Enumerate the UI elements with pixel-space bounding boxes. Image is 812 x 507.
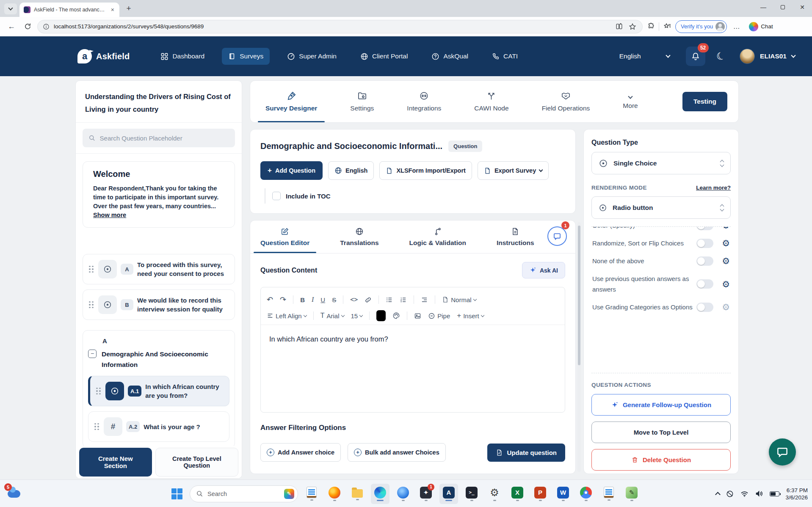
nav-item-surveys[interactable]: Surveys — [222, 48, 270, 65]
user-profile-menu[interactable]: ELIAS01 — [740, 49, 795, 64]
taskbar-app-copilot[interactable] — [394, 484, 412, 504]
xlsform-import-export-button[interactable]: XLSForm Import/Export — [379, 161, 472, 180]
favorite-star-icon[interactable] — [628, 22, 637, 31]
favorites-bar-icon[interactable] — [663, 22, 672, 31]
drag-handle-icon[interactable] — [96, 388, 101, 395]
tab-question-editor[interactable]: Question Editor — [259, 220, 311, 253]
question-search[interactable] — [83, 129, 235, 147]
insert-link-button[interactable] — [365, 296, 372, 303]
taskbar-clock[interactable]: 6:37 PM 3/6/2026 — [785, 487, 808, 501]
redo-button[interactable]: ↷ — [280, 295, 286, 304]
list-item-question-a[interactable]: A To proceed with this survey, need your… — [83, 254, 235, 284]
copilot-chat-button[interactable]: Chat — [746, 22, 776, 31]
taskbar-app-document[interactable] — [302, 484, 321, 504]
window-close-button[interactable]: ✕ — [793, 0, 812, 14]
update-question-button[interactable]: Update question — [487, 444, 565, 462]
strikethrough-button[interactable]: S — [332, 296, 336, 303]
section-header[interactable]: − Demographic And Socioeconomic Informat… — [88, 349, 229, 370]
comments-button[interactable] — [547, 226, 567, 246]
battery-icon[interactable] — [770, 491, 779, 496]
question-type-select[interactable]: Single Choice — [591, 152, 731, 174]
new-tab-button[interactable]: + — [123, 3, 135, 14]
start-button[interactable] — [168, 485, 185, 502]
list-item-question-a2[interactable]: # A.2 What is your age ? — [88, 411, 229, 442]
nav-item-dashboard[interactable]: Dashboard — [154, 48, 211, 65]
taskbar-app-powerpoint[interactable]: P — [531, 484, 550, 504]
browser-tab[interactable]: AskField - The most advanced surv × — [19, 3, 119, 17]
tab-cawi-node[interactable]: CAWI Node — [470, 81, 513, 122]
tab-logic-validation[interactable]: Logic & Validation — [408, 220, 468, 253]
insert-dropdown[interactable]: + Insert — [457, 311, 483, 320]
window-maximize-button[interactable] — [773, 0, 793, 14]
taskbar-app-settings[interactable]: ⚙ — [485, 484, 504, 504]
add-question-button[interactable]: + Add Question — [260, 161, 323, 180]
underline-button[interactable]: U — [320, 296, 325, 303]
tab-settings[interactable]: Settings — [346, 81, 378, 122]
brand[interactable]: a Askfield — [77, 49, 130, 63]
drag-handle-icon[interactable] — [89, 301, 94, 309]
export-survey-button[interactable]: Export Survey — [478, 161, 549, 180]
refresh-button[interactable] — [21, 20, 34, 33]
support-chat-fab[interactable] — [769, 438, 796, 466]
split-screen-icon[interactable] — [614, 22, 624, 31]
create-new-section-button[interactable]: Create New Section — [79, 448, 152, 477]
language-selector[interactable]: English — [619, 52, 670, 60]
verify-profile-button[interactable]: Verify it's you — [675, 20, 727, 33]
volume-icon[interactable] — [755, 489, 764, 498]
taskbar-search[interactable]: Search ✎ — [190, 485, 298, 502]
text-color-swatch[interactable] — [376, 310, 386, 321]
tab-close-icon[interactable]: × — [110, 6, 115, 13]
grading-categories-toggle[interactable] — [696, 303, 713, 312]
code-button[interactable]: <> — [350, 296, 358, 303]
search-input[interactable] — [100, 135, 229, 142]
taskbar-app-edge[interactable] — [371, 484, 389, 504]
list-item-question-a1-selected[interactable]: A.1 In which African country are you fro… — [88, 376, 229, 406]
site-info-icon[interactable] — [43, 23, 50, 30]
collapse-section-icon[interactable]: − — [88, 350, 97, 358]
bulk-add-answer-choices-button[interactable]: + Bulk add answer Choices — [348, 443, 446, 462]
tab-instructions[interactable]: Instructions — [495, 220, 536, 253]
tab-survey-designer[interactable]: Survey Designer — [261, 81, 321, 122]
undo-button[interactable]: ↶ — [267, 295, 273, 304]
address-bar[interactable]: localhost:5173/organizations/2/surveys/5… — [37, 20, 643, 33]
none-of-above-toggle[interactable] — [696, 256, 713, 266]
taskbar-widgets-button[interactable]: 5 — [5, 485, 23, 503]
drag-handle-icon[interactable] — [89, 266, 94, 273]
center-scrollbar[interactable] — [577, 222, 581, 472]
italic-button[interactable]: I — [312, 296, 314, 303]
indent-button[interactable] — [421, 296, 428, 303]
browser-menu-button[interactable]: … — [730, 20, 743, 33]
taskbar-app-askfield[interactable]: A — [439, 484, 458, 504]
question-text-editor[interactable]: In which African country are you from? — [261, 325, 565, 412]
create-top-level-question-button[interactable]: Create Top Level Question — [155, 448, 238, 477]
generate-followup-button[interactable]: Generate Follow-up Question — [591, 394, 731, 416]
learn-more-link[interactable]: Learn more? — [696, 185, 731, 191]
choice-options-scroll-area[interactable]: Other (Specify) ⚙ Randomize, Sort or Fli… — [591, 226, 731, 373]
randomize-toggle[interactable] — [696, 239, 713, 248]
back-button[interactable]: ← — [5, 20, 18, 33]
rendering-mode-select[interactable]: Radio button — [591, 196, 731, 219]
nav-item-client-portal[interactable]: Client Portal — [354, 48, 414, 65]
ask-ai-button[interactable]: Ask AI — [522, 262, 565, 278]
testing-button[interactable]: Testing — [682, 92, 727, 111]
taskbar-app-word[interactable]: W — [554, 484, 572, 504]
do-not-disturb-icon[interactable] — [726, 490, 734, 498]
bullet-list-button[interactable] — [386, 296, 393, 303]
gear-icon[interactable]: ⚙ — [722, 226, 730, 230]
gear-icon[interactable]: ⚙ — [722, 256, 730, 265]
taskbar-app-notepad[interactable] — [599, 484, 618, 504]
gear-icon[interactable]: ⚙ — [722, 239, 730, 248]
wifi-icon[interactable] — [740, 489, 749, 498]
taskbar-app-chrome[interactable] — [577, 484, 595, 504]
pipe-button[interactable]: Pipe — [428, 312, 450, 320]
show-more-link[interactable]: Show more — [93, 212, 126, 218]
add-answer-choice-button[interactable]: + Add Answer choice — [260, 443, 341, 462]
list-item-question-b[interactable]: B We would like to record this interview… — [83, 289, 235, 320]
scrollbar-thumb[interactable] — [578, 226, 580, 365]
welcome-card[interactable]: Welcome Dear Respondent,Thank you for ta… — [83, 161, 235, 228]
color-palette-button[interactable] — [392, 312, 400, 320]
include-toc-checkbox[interactable] — [272, 192, 281, 200]
nav-item-cati[interactable]: CATI — [486, 48, 524, 65]
tab-integrations[interactable]: Integrations — [403, 81, 445, 122]
font-size-dropdown[interactable]: 15 — [351, 312, 363, 320]
